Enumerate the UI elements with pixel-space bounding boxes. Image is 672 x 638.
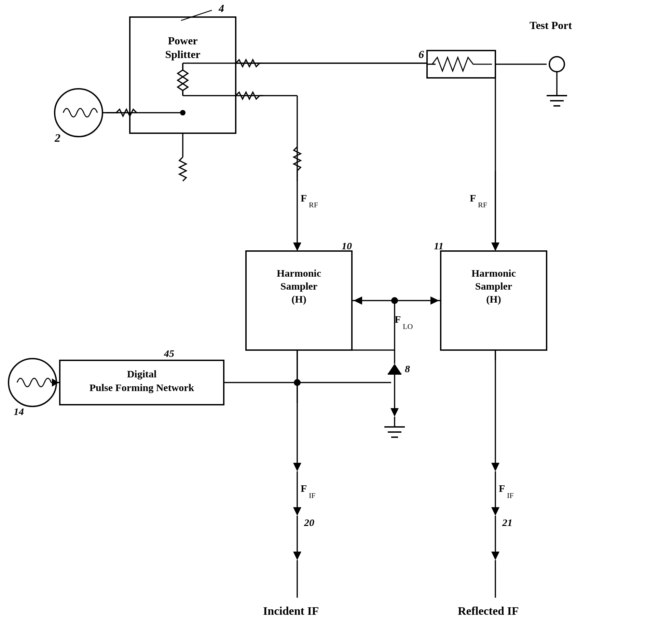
fif-left-arrow2 xyxy=(293,507,301,516)
fif-left-label: F xyxy=(301,483,307,494)
fif-right-arrow2 xyxy=(491,507,499,516)
label-21: 21 xyxy=(502,517,512,528)
label-2: 2 xyxy=(54,131,60,144)
fif-left-arrow3 xyxy=(293,552,301,560)
lo-arrow-left xyxy=(354,296,362,305)
fif-right-sub: IF xyxy=(507,491,514,500)
arrow-down-left xyxy=(293,242,301,251)
label-6: 6 xyxy=(419,48,424,60)
diode-output-arrow xyxy=(390,408,399,417)
fif-right-arrow xyxy=(491,463,499,471)
power-splitter-label: Power xyxy=(168,34,197,47)
arrow-down-right xyxy=(491,242,499,251)
hs-right-label3: (H) xyxy=(486,293,501,305)
frf-left-label: F xyxy=(301,192,307,204)
label-14: 14 xyxy=(14,406,24,417)
fif-right-label: F xyxy=(499,483,505,494)
flo-sub: LO xyxy=(403,322,413,331)
source-oscillator-right xyxy=(9,359,56,406)
fif-left-arrow xyxy=(293,463,301,471)
incident-if-label: Incident IF xyxy=(263,605,319,617)
hs-right-label1: Harmonic xyxy=(471,267,516,279)
frf-left-sub: RF xyxy=(309,200,318,209)
test-port-terminal xyxy=(549,57,564,72)
frf-right-label: F xyxy=(470,192,476,204)
label-8: 8 xyxy=(405,363,410,374)
fif-right-arrow3 xyxy=(491,552,499,560)
reflected-if-label: Reflected IF xyxy=(458,605,519,617)
flo-label: F xyxy=(395,314,401,325)
hs-left-label2: Sampler xyxy=(280,280,317,292)
pfn-label1: Digital xyxy=(127,368,157,379)
label-45: 45 xyxy=(164,348,174,359)
diagram-container: Power Splitter 2 4 xyxy=(0,0,672,638)
fif-left-sub: IF xyxy=(309,491,316,500)
power-splitter-label2: Splitter xyxy=(165,48,200,60)
label-10: 10 xyxy=(342,240,352,251)
hs-right-label2: Sampler xyxy=(475,280,512,292)
diode-body xyxy=(388,364,401,374)
hs-left-label1: Harmonic xyxy=(277,267,321,279)
frf-right-sub: RF xyxy=(478,200,487,209)
lower-output-zigzag xyxy=(179,157,186,181)
lo-arrow-right xyxy=(430,296,439,305)
label-11: 11 xyxy=(434,240,443,251)
label-4: 4 xyxy=(218,2,224,14)
label-20: 20 xyxy=(304,517,314,528)
test-port-label: Test Port xyxy=(530,19,572,31)
source-oscillator-left xyxy=(55,89,102,137)
pfn-label2: Pulse Forming Network xyxy=(90,382,194,393)
hs-left-label3: (H) xyxy=(291,293,306,305)
